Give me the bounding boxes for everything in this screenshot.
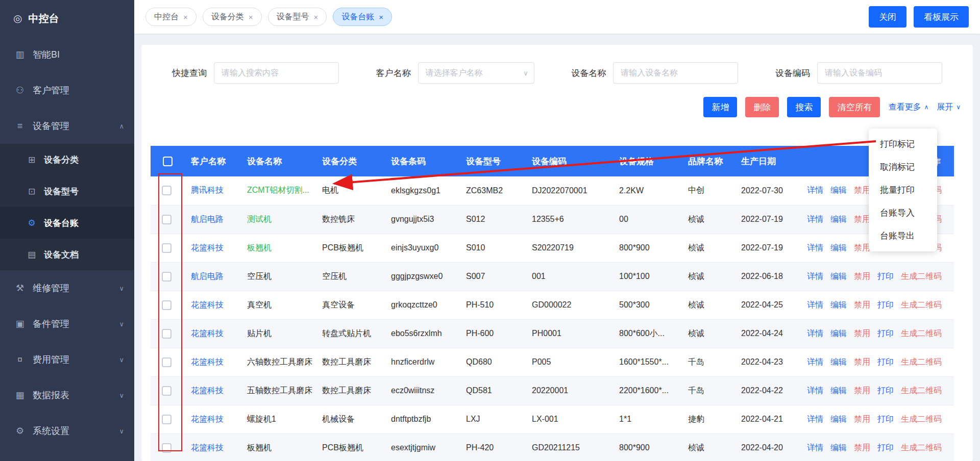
- board-display-button[interactable]: 看板展示: [914, 6, 969, 28]
- expand-link[interactable]: 展开 ∨: [937, 102, 961, 113]
- customer-name-link[interactable]: 航启电路: [191, 272, 224, 280]
- action-edit[interactable]: 编辑: [830, 243, 847, 252]
- action-disable[interactable]: 禁用: [854, 300, 870, 309]
- action-edit[interactable]: 编辑: [830, 415, 847, 423]
- close-button[interactable]: 关闭: [869, 6, 906, 28]
- action-detail[interactable]: 详情: [807, 300, 823, 309]
- sidebar-item-device-docs[interactable]: ▤设备文档: [0, 239, 134, 270]
- search-button[interactable]: 搜索: [787, 97, 821, 117]
- customer-name-link[interactable]: 花篮科技: [191, 386, 224, 395]
- row-checkbox[interactable]: [162, 215, 172, 224]
- action-disable[interactable]: 禁用: [854, 386, 870, 395]
- dropdown-item-ledger-import[interactable]: 台账导入: [869, 201, 937, 224]
- action-disable[interactable]: 禁用: [854, 329, 870, 338]
- action-disable[interactable]: 禁用: [854, 186, 870, 194]
- action-edit[interactable]: 编辑: [830, 386, 847, 395]
- sidebar-brand[interactable]: ◎ 中控台: [0, 0, 134, 37]
- sidebar-item-bi[interactable]: ▥智能BI: [0, 37, 134, 72]
- select-all-checkbox[interactable]: [163, 157, 173, 166]
- row-checkbox[interactable]: [162, 300, 172, 310]
- sidebar-item-devices[interactable]: ≡设备管理∧: [0, 108, 134, 144]
- action-print[interactable]: 打印: [877, 386, 894, 395]
- close-tab-icon[interactable]: ×: [314, 13, 318, 21]
- device-code-input[interactable]: [817, 62, 942, 84]
- customer-name-link[interactable]: 花篮科技: [191, 329, 224, 338]
- action-qrcode[interactable]: 生成二维码: [901, 357, 942, 366]
- view-more-link[interactable]: 查看更多 ∧: [888, 102, 928, 113]
- action-detail[interactable]: 详情: [807, 329, 823, 338]
- customer-name-link[interactable]: 腾讯科技: [191, 186, 224, 194]
- sidebar-item-spare[interactable]: ▣备件管理∨: [0, 306, 134, 342]
- row-checkbox[interactable]: [162, 186, 172, 195]
- action-detail[interactable]: 详情: [807, 415, 823, 423]
- action-qrcode[interactable]: 生成二维码: [901, 329, 942, 338]
- tab-device-model[interactable]: 设备型号×: [268, 8, 327, 26]
- action-detail[interactable]: 详情: [807, 357, 823, 366]
- action-print[interactable]: 打印: [877, 329, 894, 338]
- add-button[interactable]: 新增: [703, 97, 737, 117]
- dropdown-item-print-mark[interactable]: 打印标记: [869, 133, 937, 156]
- action-disable[interactable]: 禁用: [854, 272, 870, 280]
- sidebar-item-device-model[interactable]: ⊡设备型号: [0, 175, 134, 207]
- customer-name-link[interactable]: 花篮科技: [191, 243, 224, 252]
- sidebar-item-repair[interactable]: ⚒维修管理∨: [0, 270, 134, 306]
- action-print[interactable]: 打印: [877, 300, 894, 309]
- device-name-cell[interactable]: 板翘机: [247, 243, 272, 252]
- action-edit[interactable]: 编辑: [830, 215, 847, 223]
- action-detail[interactable]: 详情: [807, 386, 823, 395]
- customer-name-link[interactable]: 花篮科技: [191, 415, 224, 423]
- tab-device-category[interactable]: 设备分类×: [203, 8, 262, 26]
- action-qrcode[interactable]: 生成二维码: [901, 300, 942, 309]
- action-qrcode[interactable]: 生成二维码: [901, 415, 942, 423]
- action-detail[interactable]: 详情: [807, 186, 823, 194]
- row-checkbox[interactable]: [162, 415, 172, 424]
- customer-name-link[interactable]: 航启电路: [191, 215, 224, 223]
- row-checkbox[interactable]: [162, 329, 172, 339]
- action-disable[interactable]: 禁用: [854, 357, 870, 366]
- sidebar-item-customers[interactable]: ⚇客户管理: [0, 72, 134, 108]
- action-disable[interactable]: 禁用: [854, 243, 870, 252]
- action-disable[interactable]: 禁用: [854, 215, 870, 223]
- clear-all-button[interactable]: 清空所有: [829, 97, 880, 117]
- action-disable[interactable]: 禁用: [854, 443, 870, 452]
- action-detail[interactable]: 详情: [807, 243, 823, 252]
- device-name-input[interactable]: [613, 62, 738, 84]
- row-checkbox[interactable]: [162, 443, 172, 453]
- action-qrcode[interactable]: 生成二维码: [901, 386, 942, 395]
- customer-name-select[interactable]: [418, 62, 534, 84]
- close-tab-icon[interactable]: ×: [379, 13, 383, 21]
- dropdown-item-cancel-mark[interactable]: 取消标记: [869, 156, 937, 178]
- customer-name-link[interactable]: 花篮科技: [191, 443, 224, 452]
- action-print[interactable]: 打印: [877, 415, 894, 423]
- action-print[interactable]: 打印: [877, 272, 894, 280]
- tab-device-ledger[interactable]: 设备台账×: [333, 8, 392, 26]
- row-checkbox[interactable]: [162, 357, 172, 367]
- action-edit[interactable]: 编辑: [830, 300, 847, 309]
- action-print[interactable]: 打印: [877, 357, 894, 366]
- sidebar-item-settings[interactable]: ⚙系统设置∨: [0, 413, 134, 449]
- row-checkbox[interactable]: [162, 386, 172, 396]
- dropdown-item-batch-print[interactable]: 批量打印: [869, 178, 937, 201]
- action-qrcode[interactable]: 生成二维码: [901, 272, 942, 280]
- action-edit[interactable]: 编辑: [830, 186, 847, 194]
- close-tab-icon[interactable]: ×: [183, 13, 188, 21]
- action-edit[interactable]: 编辑: [830, 443, 847, 452]
- action-edit[interactable]: 编辑: [830, 357, 847, 366]
- close-tab-icon[interactable]: ×: [249, 13, 253, 21]
- device-name-cell[interactable]: ZCMT铝材切割...: [247, 186, 309, 194]
- action-edit[interactable]: 编辑: [830, 329, 847, 338]
- sidebar-item-device-category[interactable]: ⊞设备分类: [0, 144, 134, 175]
- quick-search-input[interactable]: [214, 62, 339, 84]
- customer-name-link[interactable]: 花篮科技: [191, 357, 224, 366]
- dropdown-item-ledger-export[interactable]: 台账导出: [869, 224, 937, 247]
- tab-console[interactable]: 中控台×: [145, 8, 197, 26]
- sidebar-item-report[interactable]: ▦数据报表∨: [0, 377, 134, 413]
- action-detail[interactable]: 详情: [807, 272, 823, 280]
- customer-name-link[interactable]: 花篮科技: [191, 300, 224, 309]
- action-print[interactable]: 打印: [877, 443, 894, 452]
- action-qrcode[interactable]: 生成二维码: [901, 443, 942, 452]
- action-detail[interactable]: 详情: [807, 443, 823, 452]
- sidebar-item-cost[interactable]: ¤费用管理∨: [0, 342, 134, 377]
- action-edit[interactable]: 编辑: [830, 272, 847, 280]
- device-name-cell[interactable]: 测试机: [247, 215, 272, 223]
